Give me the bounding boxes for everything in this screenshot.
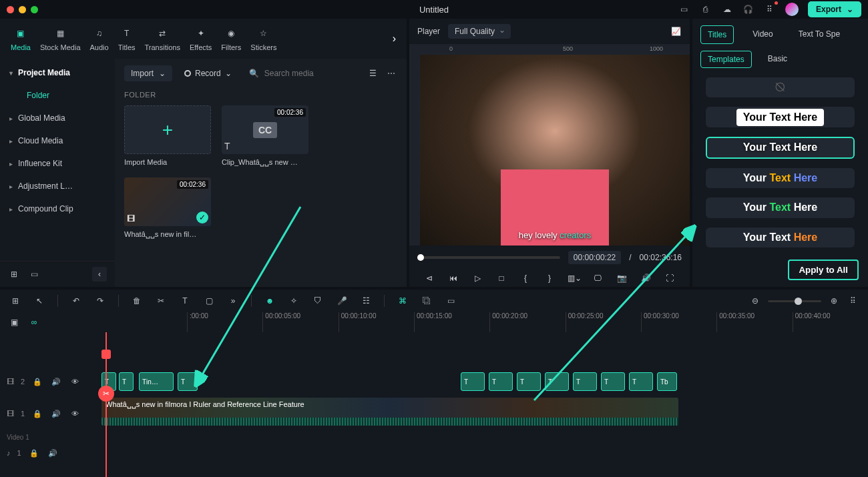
lock-icon[interactable]: 🔒 [31, 408, 43, 420]
mute-icon[interactable]: 🔊 [47, 447, 59, 459]
ratio-icon[interactable]: ▥⌄ [568, 274, 580, 283]
text-tool-icon[interactable]: T [179, 295, 191, 307]
tab-media[interactable]: ▣Media [11, 26, 31, 51]
search-media[interactable]: 🔍 [244, 69, 360, 78]
text-clip[interactable]: T b [657, 372, 677, 391]
select-tool-icon[interactable]: ↖ [33, 295, 45, 307]
playback-progress[interactable] [417, 256, 560, 259]
waveform-icon[interactable]: 📈 [670, 25, 682, 37]
apps-icon[interactable]: ⠿ [764, 3, 776, 15]
time-ruler[interactable]: :00:00 00:00:05:00 00:00:10:00 00:00:15:… [187, 312, 868, 332]
text-clip[interactable]: T [629, 372, 653, 391]
tab-stock-media[interactable]: ▦Stock Media [40, 26, 81, 51]
text-clip[interactable]: T [517, 372, 541, 391]
link-icon[interactable]: ∞ [28, 316, 40, 328]
mic-icon[interactable]: 🎤 [336, 295, 348, 307]
text-clip[interactable]: T [461, 372, 485, 391]
track-options-icon[interactable]: ▣ [8, 316, 20, 328]
sidebar-folder[interactable]: Folder [0, 84, 115, 107]
tab-audio[interactable]: ♫Audio [90, 26, 109, 51]
title-template-2[interactable]: Your Text Here [706, 137, 855, 159]
title-template-none[interactable]: ⦰ [706, 77, 855, 97]
minimize-window-icon[interactable] [19, 6, 26, 13]
title-template-1[interactable]: Your Text Here [706, 107, 855, 127]
maximize-window-icon[interactable] [31, 6, 38, 13]
inspector-tab-tts[interactable]: Text To Spe [792, 25, 847, 44]
lock-icon[interactable]: 🔒 [31, 376, 43, 388]
captions-icon[interactable]: ☷ [360, 295, 372, 307]
inspector-tab-video[interactable]: Video [746, 25, 779, 44]
folder-icon[interactable]: ▭ [28, 268, 40, 280]
preview-canvas[interactable]: 05001000 hey lovely creators [409, 44, 690, 246]
zoom-out-icon[interactable]: ⊖ [749, 295, 761, 307]
mute-icon[interactable]: 🔊 [50, 408, 62, 420]
tabs-scroll-right[interactable]: › [393, 33, 396, 45]
sidebar-compound-clip[interactable]: ▸Compound Clip [0, 197, 115, 220]
mark-in-icon[interactable]: { [519, 274, 531, 283]
view-mode-icon[interactable]: ⠿ [847, 295, 859, 307]
import-media-card[interactable]: + Import Media [124, 105, 211, 167]
collapse-sidebar-button[interactable]: ‹ [92, 267, 107, 282]
tv-icon[interactable]: 🖵 [592, 274, 604, 283]
marker-icon[interactable]: ▭ [445, 295, 457, 307]
tab-transitions[interactable]: ⇄Transitions [145, 26, 180, 51]
sidebar-influence-kit[interactable]: ▸Influence Kit [0, 152, 115, 175]
new-folder-icon[interactable]: ⊞ [8, 268, 20, 280]
redo-icon[interactable]: ↷ [94, 295, 106, 307]
step-back-icon[interactable]: ⏮ [447, 274, 459, 283]
mute-icon[interactable]: 🔊 [50, 376, 62, 388]
play-icon[interactable]: ▷ [471, 274, 483, 283]
magnet-icon[interactable]: ⌘ [397, 295, 409, 307]
zoom-slider[interactable] [768, 300, 821, 302]
text-clip[interactable]: T [545, 372, 569, 391]
import-dropdown[interactable]: Import⌄ [124, 65, 172, 81]
record-dropdown[interactable]: Record⌄ [179, 65, 237, 81]
fullscreen-icon[interactable]: ⛶ [664, 274, 676, 283]
cloud-upload-icon[interactable]: ☁ [721, 3, 733, 15]
progress-handle[interactable] [417, 254, 424, 261]
prev-frame-icon[interactable]: ⊲ [423, 274, 435, 283]
text-clip[interactable]: T [119, 372, 134, 391]
title-template-3[interactable]: Your Text Here [706, 168, 855, 188]
playhead[interactable]: ✂ [105, 332, 107, 477]
undo-icon[interactable]: ↶ [70, 295, 82, 307]
ai-icon[interactable]: ☻ [264, 295, 276, 307]
export-button[interactable]: Export ⌄ [808, 1, 861, 17]
media-clip-video[interactable]: 00:02:36 🎞 ✓ Whatâ␣␣s new in fil… [124, 177, 211, 239]
zoom-in-icon[interactable]: ⊕ [828, 295, 840, 307]
lock-icon[interactable]: 🔒 [28, 447, 40, 459]
text-clip[interactable]: T [601, 372, 625, 391]
visibility-icon[interactable]: 👁 [69, 376, 81, 388]
apply-to-all-button[interactable]: Apply to All [788, 260, 859, 280]
close-window-icon[interactable] [7, 6, 14, 13]
visibility-icon[interactable]: 👁 [69, 408, 81, 420]
more-icon[interactable]: ⋯ [385, 67, 397, 79]
more-tools-icon[interactable]: » [227, 295, 239, 307]
tab-stickers[interactable]: ☆Stickers [250, 26, 276, 51]
split-button[interactable]: ✂ [98, 386, 114, 402]
subtab-templates[interactable]: Templates [700, 51, 752, 68]
crop-icon[interactable]: ▢ [203, 295, 215, 307]
group-icon[interactable]: ⿻ [421, 295, 433, 307]
layout-icon[interactable]: ▭ [678, 3, 690, 15]
quality-select[interactable]: Full Quality [448, 24, 511, 39]
subtab-basic[interactable]: Basic [761, 51, 794, 68]
mark-out-icon[interactable]: } [544, 274, 556, 283]
video-clip[interactable]: Whatâ␣␣s new in filmora I Ruler and Refe… [101, 398, 678, 426]
tab-filters[interactable]: ◉Filters [221, 26, 241, 51]
tab-effects[interactable]: ✦Effects [190, 26, 212, 51]
user-avatar[interactable] [785, 3, 799, 16]
filter-icon[interactable]: ☰ [367, 67, 379, 79]
headset-icon[interactable]: 🎧 [742, 3, 754, 15]
stop-icon[interactable]: □ [495, 274, 507, 283]
snapshot-icon[interactable]: 📷 [616, 274, 628, 283]
sidebar-project-media[interactable]: ▾Project Media [0, 61, 115, 84]
sidebar-adjustment-layer[interactable]: ▸Adjustment L… [0, 175, 115, 197]
text-clip[interactable]: T in… [139, 372, 174, 391]
sidebar-cloud-media[interactable]: ▸Cloud Media [0, 129, 115, 152]
text-clip[interactable]: T [178, 372, 198, 391]
delete-icon[interactable]: 🗑 [131, 295, 143, 307]
volume-icon[interactable]: 🔊 [640, 274, 652, 283]
save-icon[interactable]: ⎙ [700, 3, 712, 15]
text-clip[interactable]: T [573, 372, 597, 391]
